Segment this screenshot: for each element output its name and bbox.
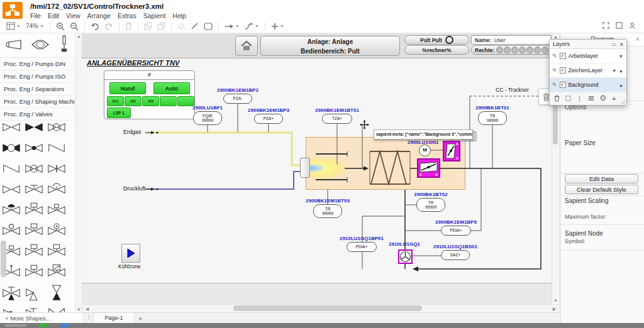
cc-trockner-label[interactable]: CC - Trockner (496, 87, 529, 93)
share-user-icon[interactable] (629, 22, 636, 30)
undo-button[interactable] (91, 21, 99, 32)
instrument-2910lu1gq1bs01[interactable]: 2910LU1GQ1BS01SAZ+ (441, 250, 470, 260)
status-button-sv1[interactable]: SV1 (107, 96, 124, 106)
instrument-2900bk1bt02[interactable]: 2900BK1BT02TR99999 (416, 198, 445, 212)
format-panel-toggle-icon[interactable] (616, 22, 623, 30)
scroll-down-icon[interactable]: ▼ (75, 307, 82, 312)
shape-category-pumps-iso[interactable]: Proc. Eng / Pumps ISO (0, 70, 74, 83)
taskbar-item-green[interactable] (40, 324, 48, 327)
status-button-blank-3[interactable] (160, 96, 177, 106)
home-button[interactable] (235, 36, 258, 56)
injector-shape-icon[interactable] (58, 35, 70, 55)
fullscreen-icon[interactable] (602, 22, 609, 30)
menu-arrange[interactable]: Arrange (87, 12, 111, 19)
taskbar-item[interactable] (5, 324, 26, 327)
kuehlzone-nav-button[interactable] (121, 244, 140, 263)
connector-button[interactable]: ▼ (245, 21, 259, 32)
status-button-422[interactable]: 422 (142, 96, 159, 106)
layer-move-icons[interactable]: ▲ (619, 83, 624, 87)
page-tab[interactable]: Page-1 (93, 313, 135, 324)
resize-grip-icon[interactable] (621, 99, 626, 104)
close-panel-icon[interactable]: × (636, 35, 640, 43)
minimize-icon[interactable]: ▭ (611, 40, 616, 49)
layer-visible-checkbox[interactable]: ✓ (560, 53, 566, 59)
more-shapes-button[interactable]: + More Shapes... (0, 312, 82, 324)
valve-shape-plain-icon[interactable] (0, 117, 23, 138)
shape-button[interactable] (204, 21, 213, 32)
instrument-2900bk1em1bp5[interactable]: 2900BK1EM1BP5PDIA+ (441, 226, 471, 236)
move-selection-icon[interactable] (565, 96, 571, 102)
view-mode-button[interactable]: ▼ (6, 21, 21, 32)
instrument-2900bk1em1bp3[interactable]: 2900BK1EM1BP3PZA+ (254, 114, 283, 124)
menu-file[interactable]: File (30, 12, 41, 19)
edit-pencil-icon[interactable]: ✎ (552, 67, 557, 74)
layer-move-icons[interactable]: ▼ ▲ (612, 68, 624, 73)
valve-shape-angle-icon[interactable] (23, 283, 45, 303)
close-icon[interactable]: ✕ (619, 40, 624, 50)
valve-shape-square-icon[interactable] (23, 241, 45, 262)
zoom-level-button[interactable]: 74%▼ (26, 21, 44, 32)
shape-category-shaping-machines[interactable]: Proc. Eng / Shaping Machines (0, 96, 74, 108)
valve-shape-square-small-icon[interactable] (45, 200, 68, 221)
hand-button[interactable]: Hand (109, 82, 146, 94)
layer-visible-checkbox[interactable]: ✓ (560, 67, 566, 74)
line-button[interactable] (191, 21, 199, 32)
scroll-up-icon[interactable]: ▲ (552, 35, 559, 39)
valve-shape-dot-icon[interactable] (23, 138, 45, 158)
shape-category-pumps-din[interactable]: Proc. Eng / Pumps DIN (0, 58, 74, 70)
instrument-2900bk1bt01[interactable]: 2900BK1BT01TR99999 (478, 111, 507, 125)
damper-vertical[interactable]: A Z (443, 141, 460, 161)
auto-button[interactable]: Auto (153, 82, 190, 94)
valve-shape-cross-filled-icon[interactable] (0, 283, 23, 303)
valve-shape-filled-icon[interactable] (23, 117, 45, 138)
valve-shape-check-icon[interactable] (45, 138, 68, 158)
kuehlzone-label[interactable]: Kühlzone (118, 263, 140, 270)
erdgas-label[interactable]: Erdgas (123, 129, 142, 135)
add-page-icon[interactable]: + (138, 315, 142, 322)
valve-shape-circled-dot-icon[interactable] (45, 221, 68, 241)
edit-pencil-icon[interactable]: ✎ (552, 82, 557, 88)
menu-extras[interactable]: Extras (118, 12, 136, 19)
druckluft-label[interactable]: Druckluft (123, 185, 146, 192)
instrument-2900lu1bf1[interactable]: 2900LU1BF1FQIR99999 (193, 111, 222, 125)
valve-shape-square-icon[interactable] (23, 221, 45, 241)
valve-shape-check-icon[interactable] (0, 158, 23, 179)
damper-horizontal[interactable]: Z A (417, 158, 440, 178)
arrow-button[interactable]: ▼ (225, 21, 240, 32)
valve-shape-ring-icon[interactable] (45, 117, 68, 138)
layer-move-icons[interactable]: ▼ (619, 54, 624, 58)
cone-shape-icon[interactable] (4, 38, 23, 52)
layer-visible-checkbox[interactable]: ✓ (560, 82, 566, 88)
valve-shape-vert-filled-icon[interactable] (45, 283, 68, 303)
layer-row-zeichenlayer[interactable]: ✎✓ZeichenLayer▼ ▲ (550, 63, 626, 78)
instrument-2900bk1em1bt01[interactable]: 2900BK1EM1BT01TZA+ (322, 114, 352, 124)
valve-shape-tee-icon[interactable] (23, 179, 45, 200)
edit-layer-icon[interactable]: ⋮ (577, 96, 582, 102)
diagram-heading[interactable]: ANLAGENÜBERSICHT TNV (87, 59, 180, 67)
motor-symbol[interactable]: M (419, 145, 431, 156)
layers-dialog-titlebar[interactable]: Layers ▭ ✕ (550, 40, 626, 49)
valve-shape-square-icon[interactable] (23, 200, 45, 221)
fan-tag[interactable]: 2910LU1GQ1 (389, 241, 420, 247)
valve-shape-circle-stem-icon[interactable] (0, 221, 23, 241)
menu-sapient[interactable]: Sapient (143, 12, 166, 19)
zoom-out-button[interactable] (70, 21, 79, 32)
add-layer-icon[interactable]: + (612, 95, 616, 102)
lsp-button[interactable]: LSP 1 (107, 107, 131, 118)
menu-help[interactable]: Help (172, 12, 186, 19)
valve-shape-dome-filled-icon[interactable] (0, 200, 23, 221)
scroll-down-icon[interactable]: ▼ (552, 298, 559, 303)
name-field[interactable]: Name: User (471, 35, 552, 45)
pages-menu-icon[interactable]: ⋮ (86, 314, 91, 320)
valve-shape-box-arrow-icon[interactable] (45, 262, 68, 283)
insert-button[interactable]: ▼ (271, 21, 284, 32)
sidebar-scrollbar-thumb[interactable] (1, 241, 6, 277)
canvas-hscroll-thumb[interactable] (233, 305, 422, 311)
instrument-2900bk1em1bt03[interactable]: 2900BK1EM1BT03TR99999 (313, 204, 342, 218)
fan-symbol[interactable] (398, 249, 413, 264)
edit-data-button[interactable]: Edit Data (565, 174, 638, 183)
clear-default-style-button[interactable]: Clear Default Style (565, 185, 638, 194)
instrument-2900bk1em1bp2[interactable]: 2900BK1EM1BP2PZA- (223, 94, 252, 104)
valve-shape-square-icon[interactable] (45, 241, 68, 262)
burner-nozzle[interactable] (300, 158, 310, 178)
